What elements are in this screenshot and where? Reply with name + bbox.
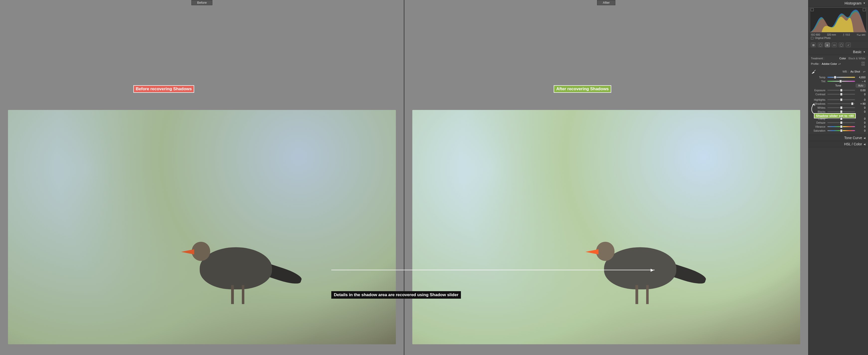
clarity-slider[interactable] xyxy=(827,117,855,120)
develop-panel: Histogram ▼ ISO 800 320 mm ƒ / 8.0 ¹⁄₆₄₀… xyxy=(808,0,868,355)
checkbox-icon xyxy=(811,37,813,39)
annot-before: Before recovering Shadows xyxy=(133,85,194,93)
treatment-color[interactable]: Color xyxy=(839,57,846,60)
rect-mode-icon[interactable]: ▭ xyxy=(832,42,837,47)
annot-after: After recovering Shadows xyxy=(554,85,611,93)
basic-header[interactable]: Basic ▼ xyxy=(808,49,868,55)
chevron-down-icon: ▼ xyxy=(863,51,866,53)
vibrance-value[interactable]: 0 xyxy=(857,125,866,128)
profile-browser-icon[interactable] xyxy=(862,62,866,66)
highlights-label: Highlights xyxy=(811,98,825,101)
exposure-slider[interactable] xyxy=(827,89,855,92)
wb-value[interactable]: As Shot xyxy=(850,70,860,73)
profile-row[interactable]: Profile : Adobe Color ▴▾ xyxy=(811,60,866,68)
temp-slider[interactable] xyxy=(827,76,855,79)
temp-value[interactable]: 4,650 xyxy=(857,76,866,79)
radial-mode-icon[interactable]: ◯ xyxy=(839,42,844,47)
vibrance-label: Vibrance xyxy=(811,125,825,128)
tone-curve-title: Tone Curve xyxy=(844,136,862,140)
updown-icon: ▴▾ xyxy=(863,70,866,73)
chevron-down-icon: ▼ xyxy=(863,2,866,4)
original-photo-toggle[interactable]: Original Photo xyxy=(808,37,868,41)
histogram-meta: ISO 800 320 mm ƒ / 8.0 ¹⁄₆₄₀ sec xyxy=(808,32,868,37)
hsl-title: HSL / Color xyxy=(844,142,862,146)
saturation-label: Saturation xyxy=(811,129,825,132)
before-tag: Before xyxy=(191,0,212,5)
annot-detail: Details in the shadow area are recovered… xyxy=(331,291,461,299)
vibrance-slider[interactable] xyxy=(827,125,855,128)
dehaze-slider[interactable] xyxy=(827,121,855,124)
chevron-left-icon: ◀ xyxy=(864,143,866,146)
basic-title: Basic xyxy=(853,50,862,54)
temp-row: Temp 4,650 xyxy=(811,75,866,79)
whites-row: Whites 0 xyxy=(811,106,866,110)
dehaze-label: Dehaze xyxy=(811,121,825,124)
before-pane[interactable]: Before Before recovering Shadows xyxy=(0,0,404,355)
meta-shutter: ¹⁄₆₄₀ sec xyxy=(857,33,866,36)
updown-icon: ▴▾ xyxy=(838,63,841,65)
tint-row: Tint – 4 xyxy=(811,79,866,83)
arrow-to-shadow-area xyxy=(331,270,655,270)
whites-value[interactable]: 0 xyxy=(857,106,866,109)
highlights-value[interactable]: 0 xyxy=(857,98,866,101)
spot-mode-icon[interactable]: ◉ xyxy=(825,42,830,47)
highlights-row: Highlights 0 xyxy=(811,98,866,102)
clarity-value[interactable]: 0 xyxy=(857,117,866,120)
meta-aperture: ƒ / 8.0 xyxy=(843,33,850,36)
tone-title: Tone xyxy=(835,84,841,87)
bird-subject xyxy=(173,205,305,310)
treatment-bw[interactable]: Black & White xyxy=(848,57,866,60)
profile-label: Profile : xyxy=(811,62,820,65)
contrast-label: Contrast xyxy=(811,93,825,96)
blacks-slider[interactable] xyxy=(827,110,855,113)
treatment-label: Treatment : xyxy=(811,57,824,60)
loupe-mode-icon[interactable]: ▦ xyxy=(811,42,816,47)
dehaze-row: Dehaze 0 xyxy=(811,121,866,125)
saturation-slider[interactable] xyxy=(827,129,855,132)
after-pane[interactable]: After After recovering Shadows xyxy=(404,0,808,355)
crop-mode-icon[interactable]: ◯ xyxy=(818,42,823,47)
curve-arrow-icon xyxy=(810,103,816,114)
view-mode-strip: ▦ ◯ ◉ ▭ ◯ ➶ xyxy=(808,41,868,49)
tone-curve-header[interactable]: Tone Curve ◀ xyxy=(808,135,868,141)
original-photo-label: Original Photo xyxy=(815,37,831,39)
wb-row: WB : As Shot ▴▾ xyxy=(811,68,866,75)
saturation-value[interactable]: 0 xyxy=(857,129,866,132)
contrast-value[interactable]: 0 xyxy=(857,93,866,96)
blacks-row: Blacks 0 Shadow slider set to +80 xyxy=(811,110,866,114)
profile-value: Adobe Color xyxy=(822,62,837,65)
vibrance-row: Vibrance 0 xyxy=(811,125,866,129)
shadows-value[interactable]: + 80 xyxy=(857,102,866,105)
exposure-row: Exposure 0.00 xyxy=(811,88,866,92)
highlight-clip-indicator[interactable] xyxy=(863,8,866,11)
whites-slider[interactable] xyxy=(827,106,855,109)
auto-button[interactable]: Auto xyxy=(856,84,866,88)
before-photo xyxy=(8,110,396,344)
shadows-row: Shadows + 80 xyxy=(811,102,866,106)
brush-mode-icon[interactable]: ➶ xyxy=(846,42,851,47)
compare-viewport: Before Before recovering Shadows After A… xyxy=(0,0,808,355)
app-root: Before Before recovering Shadows After A… xyxy=(0,0,868,355)
meta-focal: 320 mm xyxy=(827,33,836,36)
wb-label: WB : xyxy=(843,70,848,73)
tone-header: Tone Auto xyxy=(811,83,866,88)
treatment-row: Treatment : Color Black & White xyxy=(811,56,866,60)
wb-picker-icon[interactable] xyxy=(811,69,816,74)
tint-slider[interactable] xyxy=(827,80,855,83)
hsl-header[interactable]: HSL / Color ◀ xyxy=(808,141,868,147)
after-photo xyxy=(412,110,800,344)
chevron-left-icon: ◀ xyxy=(864,137,866,139)
histogram[interactable] xyxy=(810,7,867,32)
dehaze-value[interactable]: 0 xyxy=(857,121,866,124)
highlights-slider[interactable] xyxy=(827,98,855,101)
histogram-header[interactable]: Histogram ▼ xyxy=(808,0,868,6)
shadow-clip-indicator[interactable] xyxy=(811,8,814,11)
temp-label: Temp xyxy=(811,76,825,79)
saturation-row: Saturation 0 xyxy=(811,129,866,132)
exposure-value[interactable]: 0.00 xyxy=(857,89,866,92)
tint-label: Tint xyxy=(811,80,825,83)
shadows-slider[interactable] xyxy=(827,102,855,105)
blacks-value[interactable]: 0 xyxy=(857,110,866,113)
tint-value[interactable]: – 4 xyxy=(857,80,866,83)
contrast-slider[interactable] xyxy=(827,93,855,96)
